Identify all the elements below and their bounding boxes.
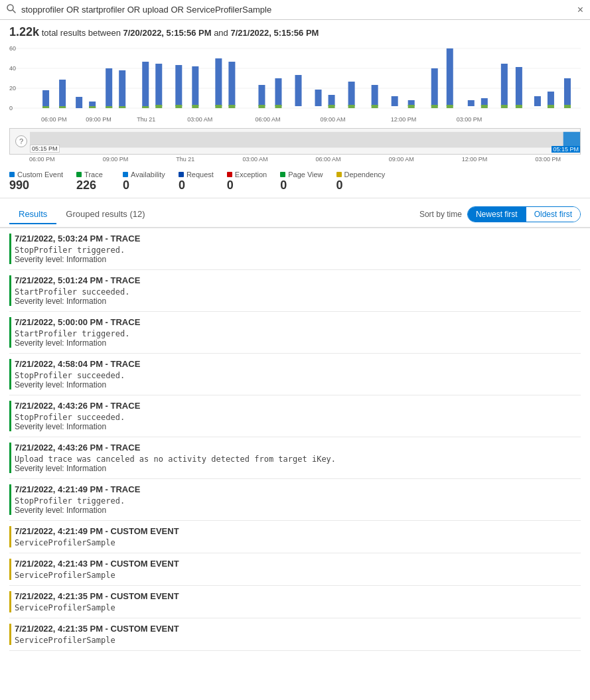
svg-rect-45: [392, 96, 398, 106]
result-item[interactable]: 7/21/2022, 4:21:35 PM - CUSTOM EVENT Ser…: [9, 618, 581, 651]
stats-row: Custom Event 990 Trace 226 Availability …: [0, 165, 590, 198]
result-body: StopProfiler succeeded.: [15, 413, 581, 422]
stat-value: 990: [9, 178, 29, 192]
svg-rect-49: [431, 105, 438, 108]
result-item[interactable]: 7/21/2022, 4:21:49 PM - TRACE StopProfil…: [9, 479, 581, 521]
sort-button-group: Newest first Oldest first: [467, 206, 581, 222]
result-body: ServiceProfilerSample: [15, 538, 581, 547]
svg-rect-63: [564, 105, 571, 108]
svg-rect-57: [516, 67, 522, 106]
result-meta: Severity level: Information: [15, 422, 581, 431]
tab-results[interactable]: Results: [9, 205, 56, 224]
tab-grouped-results[interactable]: Grouped results (12): [56, 205, 154, 224]
svg-text:06:00 AM: 06:00 AM: [255, 116, 280, 123]
stat-dot: [76, 172, 82, 177]
svg-text:09:00 AM: 09:00 AM: [321, 116, 346, 123]
result-item[interactable]: 7/21/2022, 4:58:04 PM - TRACE StopProfil…: [9, 354, 581, 395]
svg-text:Thu 21: Thu 21: [137, 116, 155, 123]
svg-rect-44: [372, 105, 378, 108]
result-item[interactable]: 7/21/2022, 4:21:49 PM - CUSTOM EVENT Ser…: [9, 521, 581, 553]
stat-label: Custom Event: [9, 171, 63, 178]
time-range-slider[interactable]: ? 05:15 PM 05:15 PM: [9, 128, 581, 155]
stat-value: 226: [76, 178, 96, 192]
clear-search-button[interactable]: ×: [577, 5, 583, 15]
svg-rect-47: [408, 105, 415, 108]
stat-label: Exception: [227, 171, 267, 178]
stat-item-trace: Trace 226: [76, 171, 110, 192]
result-item[interactable]: 7/21/2022, 4:21:35 PM - CUSTOM EVENT Ser…: [9, 586, 581, 618]
svg-rect-51: [447, 105, 453, 108]
sort-row: Sort by time Newest first Oldest first: [419, 206, 581, 222]
svg-rect-59: [534, 96, 541, 106]
result-body: StartProfiler triggered.: [15, 329, 581, 338]
result-item[interactable]: 7/21/2022, 5:03:24 PM - TRACE StopProfil…: [9, 228, 581, 270]
result-title: 7/21/2022, 5:01:24 PM - TRACE: [15, 275, 581, 285]
svg-rect-33: [258, 85, 265, 106]
svg-rect-61: [548, 105, 554, 108]
result-title: 7/21/2022, 5:03:24 PM - TRACE: [15, 234, 581, 244]
svg-point-0: [7, 5, 13, 11]
svg-text:12:00 PM: 12:00 PM: [391, 116, 417, 123]
date-end: 7/21/2022, 5:15:56 PM: [230, 28, 319, 38]
svg-text:60: 60: [9, 45, 16, 52]
sort-label: Sort by time: [419, 210, 462, 219]
svg-rect-41: [348, 82, 355, 106]
svg-rect-39: [329, 95, 335, 106]
stat-dot: [280, 172, 285, 177]
svg-rect-62: [564, 78, 571, 106]
result-body: StopProfiler triggered.: [15, 496, 581, 506]
result-meta: Severity level: Information: [15, 297, 581, 306]
result-title: 7/21/2022, 4:43:26 PM - TRACE: [15, 443, 581, 453]
svg-rect-38: [315, 90, 322, 106]
svg-rect-16: [89, 106, 96, 108]
svg-rect-40: [329, 105, 335, 108]
sort-newest-button[interactable]: Newest first: [468, 207, 526, 222]
result-body: ServiceProfilerSample: [15, 636, 581, 645]
svg-rect-42: [348, 105, 355, 108]
svg-rect-19: [119, 70, 125, 108]
result-item[interactable]: 7/21/2022, 5:00:00 PM - TRACE StartProfi…: [9, 312, 581, 354]
svg-rect-12: [59, 80, 66, 108]
result-item[interactable]: 7/21/2022, 4:43:26 PM - TRACE Upload tra…: [9, 437, 581, 479]
svg-rect-54: [481, 105, 488, 108]
time-range-help-icon[interactable]: ?: [15, 135, 27, 147]
summary-and: and: [214, 28, 228, 38]
svg-rect-21: [142, 62, 149, 108]
svg-rect-11: [42, 106, 49, 108]
result-item[interactable]: 7/21/2022, 5:01:24 PM - TRACE StartProfi…: [9, 270, 581, 312]
result-item[interactable]: 7/21/2022, 4:43:26 PM - TRACE StopProfil…: [9, 395, 581, 437]
results-list: 7/21/2022, 5:03:24 PM - TRACE StopProfil…: [0, 228, 590, 651]
stat-value: 0: [179, 178, 185, 192]
stat-value: 0: [336, 178, 343, 192]
svg-rect-20: [119, 106, 125, 108]
chart-svg: 60 40 20 0: [9, 42, 581, 128]
result-body: ServiceProfilerSample: [15, 571, 581, 580]
stat-dot: [9, 172, 15, 177]
result-body: StartProfiler succeeded.: [15, 287, 581, 297]
search-icon: [7, 4, 16, 15]
result-title: 7/21/2022, 4:58:04 PM - TRACE: [15, 359, 581, 369]
result-title: 7/21/2022, 4:21:43 PM - CUSTOM EVENT: [15, 559, 581, 569]
svg-rect-73: [563, 132, 580, 148]
search-bar: ×: [0, 0, 590, 20]
result-meta: Severity level: Information: [15, 255, 581, 264]
bar-chart: 60 40 20 0: [9, 42, 581, 128]
svg-rect-18: [106, 106, 112, 108]
svg-rect-13: [59, 106, 66, 108]
stat-dot: [179, 172, 184, 177]
result-meta: Severity level: Information: [15, 464, 581, 473]
result-title: 7/21/2022, 4:21:49 PM - TRACE: [15, 484, 581, 494]
summary-line: 1.22k total results between 7/20/2022, 5…: [0, 20, 590, 42]
svg-rect-34: [258, 105, 265, 108]
result-item[interactable]: 7/21/2022, 4:21:43 PM - CUSTOM EVENT Ser…: [9, 553, 581, 586]
tabs-left: Results Grouped results (12): [9, 205, 155, 223]
result-body: ServiceProfilerSample: [15, 603, 581, 612]
svg-rect-60: [548, 92, 554, 106]
result-count: 1.22k: [9, 25, 39, 38]
result-meta: Severity level: Information: [15, 506, 581, 515]
sort-oldest-button[interactable]: Oldest first: [526, 207, 580, 222]
svg-rect-29: [215, 58, 222, 106]
search-input[interactable]: [21, 5, 572, 15]
svg-text:06:00 PM: 06:00 PM: [41, 116, 67, 123]
stat-label: Request: [179, 171, 214, 178]
